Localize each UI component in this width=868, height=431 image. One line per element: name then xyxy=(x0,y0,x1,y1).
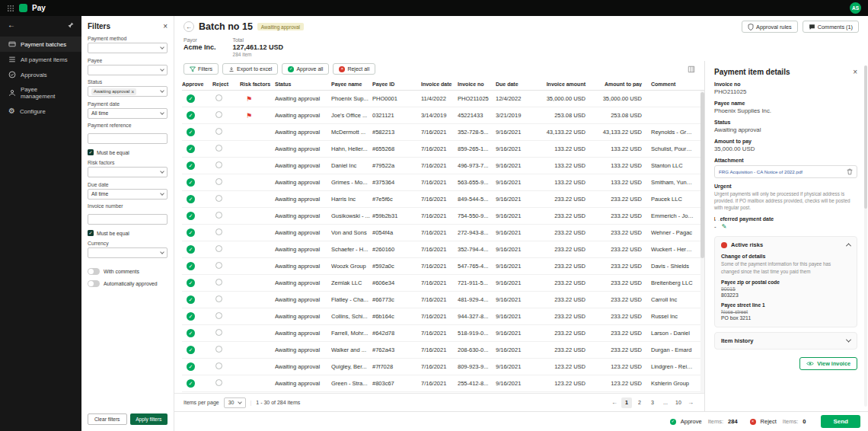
page-button-1[interactable]: 1 xyxy=(621,397,632,408)
must-be-equal-checkbox-1[interactable]: ✓ xyxy=(88,149,94,155)
reject-all-button[interactable]: × Reject all xyxy=(333,63,375,75)
active-risks-header[interactable]: Active risks xyxy=(715,237,857,253)
sidebar-item-all-payment-items[interactable]: All payment items xyxy=(0,52,81,67)
table-row[interactable]: ✓ ⚑ Awaiting approval Walker and ... #76… xyxy=(182,342,704,359)
column-settings-icon[interactable] xyxy=(688,65,695,73)
sidebar-item-payee-management[interactable]: Payee management xyxy=(0,82,81,104)
table-row[interactable]: ✓ ⚑ Awaiting approval Quigley, Ber... #7… xyxy=(182,359,704,375)
approve-check-icon[interactable]: ✓ xyxy=(187,295,195,304)
approve-check-icon[interactable]: ✓ xyxy=(187,128,195,136)
sidebar-item-configure[interactable]: ⚙ Configure xyxy=(0,104,81,119)
trash-icon[interactable] xyxy=(847,168,853,175)
reject-radio[interactable] xyxy=(215,279,222,286)
sidebar-item-payment-batches[interactable]: Payment batches xyxy=(0,37,81,52)
table-row[interactable]: ✓ ⚑ Awaiting approval Phoenix Sup... PHO… xyxy=(182,91,704,107)
close-filters-icon[interactable]: × xyxy=(163,22,168,30)
approval-rules-button[interactable]: Approval rules xyxy=(742,21,798,33)
reject-radio[interactable] xyxy=(215,161,222,168)
payment-reference-input[interactable] xyxy=(88,133,168,144)
pin-icon[interactable] xyxy=(68,22,74,28)
with-comments-toggle[interactable] xyxy=(88,268,100,275)
app-launcher-icon[interactable] xyxy=(7,5,14,12)
approve-check-icon[interactable]: ✓ xyxy=(187,228,195,237)
comments-button[interactable]: Comments (1) xyxy=(803,21,859,33)
automatically-approved-toggle[interactable] xyxy=(88,280,100,287)
table-row[interactable]: ✓ ⚑ Awaiting approval Hahn, Heller... #6… xyxy=(182,141,704,158)
reject-radio[interactable] xyxy=(215,312,222,319)
nav-collapse-icon[interactable]: ← xyxy=(8,21,15,29)
approve-check-icon[interactable]: ✓ xyxy=(187,262,195,270)
risk-factors-select[interactable] xyxy=(88,167,168,177)
approve-check-icon[interactable]: ✓ xyxy=(187,362,195,371)
table-row[interactable]: ✓ ⚑ Awaiting approval Daniel Inc #79522a… xyxy=(182,158,704,174)
table-row[interactable]: ✓ ⚑ Awaiting approval Woozk Group #592a0… xyxy=(182,258,704,275)
details-scrollbar[interactable] xyxy=(864,65,867,407)
table-row[interactable]: ✓ ⚑ Awaiting approval Flatley - Cha... #… xyxy=(182,292,704,308)
reject-radio[interactable] xyxy=(215,245,222,252)
reject-radio[interactable] xyxy=(215,145,222,152)
status-select[interactable]: Awaiting approval× xyxy=(88,86,168,97)
reject-radio[interactable] xyxy=(215,362,222,369)
invoice-number-input[interactable] xyxy=(88,214,168,225)
reject-radio[interactable] xyxy=(215,212,222,219)
approve-all-button[interactable]: ✓ Approve all xyxy=(282,63,329,75)
due-date-select[interactable]: All time xyxy=(88,189,168,200)
items-per-page-select[interactable]: 30 xyxy=(224,397,246,408)
reject-radio[interactable] xyxy=(215,111,222,118)
table-row[interactable]: ✓ ⚑ Awaiting approval Von and Sons #054f… xyxy=(182,225,704,241)
currency-select[interactable] xyxy=(88,247,168,258)
reject-radio[interactable] xyxy=(215,195,222,202)
approve-check-icon[interactable]: ✓ xyxy=(187,279,195,287)
table-row[interactable]: ✓ ⚑ Awaiting approval Gusikowski - ... #… xyxy=(182,208,704,225)
table-row[interactable]: ✓ ⚑ Awaiting approval Grimes - Mo... #37… xyxy=(182,174,704,191)
table-row[interactable]: ✓ ⚑ Awaiting approval Joe's Office ... 0… xyxy=(182,107,704,124)
approve-check-icon[interactable]: ✓ xyxy=(187,245,195,254)
export-to-excel-button[interactable]: Export to excel xyxy=(222,63,278,75)
chip-remove-icon[interactable]: × xyxy=(131,89,134,94)
table-row[interactable]: ✓ ⚑ Awaiting approval Harris Inc #7e5f6c… xyxy=(182,191,704,208)
reject-radio[interactable] xyxy=(215,262,222,269)
payment-date-select[interactable]: All time xyxy=(88,108,168,119)
clear-filters-button[interactable]: Clear filters xyxy=(88,413,127,425)
reject-radio[interactable] xyxy=(215,228,222,235)
apply-filters-button[interactable]: Apply filters xyxy=(130,413,168,425)
back-button[interactable]: ← xyxy=(183,21,194,32)
approve-check-icon[interactable]: ✓ xyxy=(187,178,195,187)
table-row[interactable]: ✓ ⚑ Awaiting approval McDermott ... #582… xyxy=(182,124,704,141)
sidebar-item-approvals[interactable]: Approvals xyxy=(0,67,81,82)
reject-radio[interactable] xyxy=(215,178,222,185)
approve-check-icon[interactable]: ✓ xyxy=(187,312,195,321)
payment-method-select[interactable] xyxy=(88,43,168,53)
reject-radio[interactable] xyxy=(215,128,222,135)
payee-select[interactable] xyxy=(88,65,168,75)
table-row[interactable]: ✓ ⚑ Awaiting approval Schaefer - H... #2… xyxy=(182,241,704,258)
reject-radio[interactable] xyxy=(215,295,222,302)
reject-radio[interactable] xyxy=(215,379,222,386)
edit-icon[interactable]: ✎ xyxy=(722,223,727,230)
must-be-equal-checkbox-2[interactable]: ✓ xyxy=(88,230,94,236)
attachment-chip[interactable]: FRG Acquisition - CA Notice of 2022.pdf xyxy=(714,165,857,178)
approve-check-icon[interactable]: ✓ xyxy=(187,94,195,103)
page-button-3[interactable]: 3 xyxy=(647,397,658,408)
user-avatar[interactable]: AS xyxy=(850,2,861,14)
reject-radio[interactable] xyxy=(215,94,222,101)
reject-radio[interactable] xyxy=(215,329,222,336)
approve-check-icon[interactable]: ✓ xyxy=(187,329,195,337)
approve-check-icon[interactable]: ✓ xyxy=(187,346,195,354)
reject-radio[interactable] xyxy=(215,346,222,353)
next-page-icon[interactable]: → xyxy=(686,399,695,406)
approve-check-icon[interactable]: ✓ xyxy=(187,195,195,203)
page-button-2[interactable]: 2 xyxy=(634,397,645,408)
status-chip[interactable]: Awaiting approval× xyxy=(91,88,136,95)
approve-check-icon[interactable]: ✓ xyxy=(187,145,195,153)
page-button-10[interactable]: 10 xyxy=(673,397,684,408)
approve-check-icon[interactable]: ✓ xyxy=(187,161,195,170)
table-row[interactable]: ✓ ⚑ Awaiting approval Green - Stra... #8… xyxy=(182,375,704,392)
view-invoice-button[interactable]: View invoice xyxy=(799,357,857,370)
filters-button[interactable]: Filters xyxy=(183,63,219,75)
close-details-icon[interactable]: × xyxy=(853,68,857,76)
table-row[interactable]: ✓ ⚑ Awaiting approval Zemlak LLC #606e34… xyxy=(182,275,704,292)
table-row[interactable]: ✓ ⚑ Awaiting approval Collins, Schi... #… xyxy=(182,308,704,325)
item-history-card[interactable]: Item history xyxy=(714,332,857,350)
table-row[interactable]: ✓ ⚑ Awaiting approval Farrell, Mohr... #… xyxy=(182,325,704,342)
